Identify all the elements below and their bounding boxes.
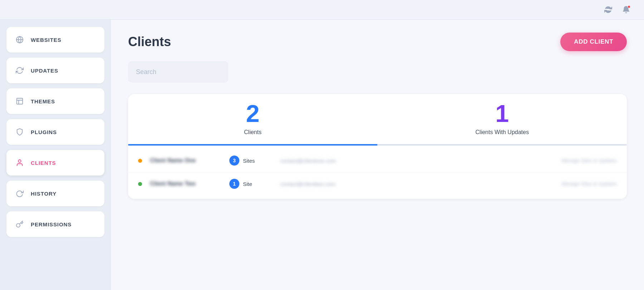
- notification-badge: [628, 5, 630, 8]
- main-content: Clients ADD CLIENT 2 Clients 1 Clients W…: [111, 20, 644, 290]
- sidebar-item-updates[interactable]: UPDATES: [6, 58, 104, 83]
- sites-label: Sites: [243, 158, 255, 164]
- sidebar-label-permissions: PERMISSIONS: [31, 221, 72, 227]
- sites-label: Site: [243, 181, 252, 187]
- key-icon: [15, 220, 24, 229]
- client-meta: contact@clienttwo.com: [280, 181, 553, 187]
- svg-point-5: [18, 160, 21, 162]
- sidebar-item-permissions[interactable]: PERMISSIONS: [6, 211, 104, 237]
- user-icon: [15, 158, 24, 167]
- clients-label: Clients: [244, 129, 262, 136]
- add-client-button[interactable]: ADD CLIENT: [560, 33, 627, 51]
- client-action: Manage Sites & Updates: [561, 181, 617, 187]
- sidebar-item-themes[interactable]: THEMES: [6, 88, 104, 114]
- client-meta: contact@clientone.com: [280, 158, 553, 164]
- svg-rect-2: [17, 98, 23, 104]
- sidebar-item-clients[interactable]: CLIENTS: [6, 150, 104, 176]
- status-dot-orange: [138, 159, 142, 163]
- tab-bar-active-indicator: [128, 144, 377, 146]
- client-action: Manage Sites & Updates: [561, 158, 617, 163]
- stat-clients-with-updates: 1 Clients With Updates: [377, 94, 627, 144]
- topbar: [0, 0, 644, 20]
- globe-icon: [15, 35, 24, 44]
- search-input[interactable]: [128, 61, 228, 83]
- table-row[interactable]: Client Name One 3 Sites contact@clienton…: [128, 149, 627, 172]
- sidebar-item-plugins[interactable]: PLUGINS: [6, 119, 104, 145]
- sites-badge: 3: [229, 156, 239, 166]
- refresh-topbar-button[interactable]: [603, 5, 613, 15]
- stats-row: 2 Clients 1 Clients With Updates: [128, 94, 627, 144]
- status-dot-green: [138, 182, 142, 186]
- sidebar-label-themes: THEMES: [31, 98, 55, 104]
- sidebar-label-clients: CLIENTS: [31, 160, 56, 166]
- notifications-button[interactable]: [621, 5, 631, 15]
- sidebar-label-websites: WEBSITES: [31, 37, 62, 43]
- sidebar-item-websites[interactable]: WEBSITES: [6, 27, 104, 53]
- sidebar-label-updates: UPDATES: [31, 68, 58, 74]
- history-icon: [15, 189, 24, 198]
- page-header: Clients ADD CLIENT: [128, 33, 627, 51]
- page-title: Clients: [128, 34, 171, 49]
- layout-icon: [15, 97, 24, 106]
- stat-clients: 2 Clients: [128, 94, 377, 144]
- client-list: Client Name One 3 Sites contact@clienton…: [128, 146, 627, 199]
- content-box: 2 Clients 1 Clients With Updates Client …: [128, 94, 627, 199]
- search-wrap: [128, 61, 627, 83]
- refresh-icon: [15, 66, 24, 75]
- sidebar-item-history[interactable]: HISTORY: [6, 181, 104, 206]
- main-layout: WEBSITES UPDATES THEMES: [0, 20, 644, 290]
- clients-with-updates-label: Clients With Updates: [475, 129, 529, 136]
- table-row[interactable]: Client Name Two 1 Site contact@clienttwo…: [128, 172, 627, 195]
- client-name: Client Name One: [150, 157, 221, 164]
- clients-with-updates-count: 1: [496, 101, 509, 126]
- sites-badge: 1: [229, 179, 239, 189]
- sidebar-label-history: HISTORY: [31, 191, 57, 197]
- clients-count: 2: [246, 101, 260, 126]
- client-name: Client Name Two: [150, 181, 221, 187]
- client-sites: 3 Sites: [229, 156, 272, 166]
- sidebar: WEBSITES UPDATES THEMES: [0, 20, 111, 290]
- client-sites: 1 Site: [229, 179, 272, 189]
- shield-icon: [15, 127, 24, 137]
- sidebar-label-plugins: PLUGINS: [31, 129, 57, 135]
